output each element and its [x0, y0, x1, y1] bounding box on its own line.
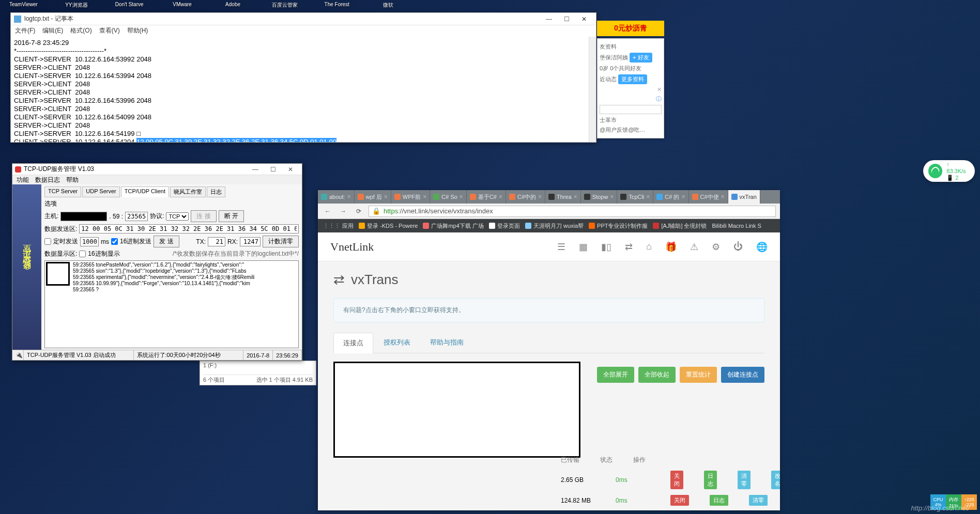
- timer-ms-input[interactable]: [80, 237, 99, 246]
- tab-close-icon[interactable]: ×: [499, 193, 502, 200]
- connect-button[interactable]: 连 接: [191, 210, 216, 222]
- desktop-icon[interactable]: Don't Starve: [115, 0, 144, 11]
- bookmark-item[interactable]: 天涯明月刀 wuxia帮: [525, 222, 584, 230]
- url-input[interactable]: 🔒 https://vnet.link/service/vxtrans/inde…: [369, 206, 776, 217]
- tab-close-icon[interactable]: ×: [384, 193, 388, 200]
- tab-close-icon[interactable]: ×: [646, 193, 650, 200]
- menu-log[interactable]: 数据日志: [35, 176, 60, 184]
- send-data-input[interactable]: [79, 224, 299, 233]
- browser-tab[interactable]: TcpCli×: [617, 190, 653, 204]
- globe-icon[interactable]: 🌐: [756, 241, 768, 253]
- host-input[interactable]: [60, 212, 107, 221]
- more-info-button[interactable]: 更多资料: [618, 74, 647, 84]
- notepad-titlebar[interactable]: logtcp.txt - 记事本 — ☐ ✕: [11, 13, 596, 25]
- browser-tab[interactable]: C#中的×: [506, 190, 545, 204]
- bookmark-item[interactable]: 登录 -KDS - Powere: [359, 222, 418, 230]
- menu-help[interactable]: 帮助(H): [127, 26, 148, 35]
- collapse-all-button[interactable]: 全部收起: [638, 367, 676, 383]
- desktop-icon[interactable]: VMware: [171, 0, 194, 11]
- tab-close-icon[interactable]: ×: [347, 193, 351, 200]
- gift-icon[interactable]: 🎁: [665, 241, 677, 253]
- desktop-icon[interactable]: The Forest: [325, 0, 349, 11]
- maximize-button[interactable]: ☐: [558, 13, 575, 25]
- reload-button[interactable]: ⟳: [353, 206, 364, 217]
- tab-close-icon[interactable]: ×: [538, 193, 542, 200]
- minimize-button[interactable]: —: [540, 13, 558, 25]
- system-tray-monitor[interactable]: CPU4% 内存21% ↑225↓225: [930, 494, 977, 510]
- servers-icon[interactable]: ☰: [557, 241, 565, 253]
- subtab-connections[interactable]: 连接点: [333, 333, 373, 353]
- browser-tab[interactable]: Stopw×: [581, 190, 618, 204]
- power-icon[interactable]: ⏻: [733, 241, 743, 253]
- ad-banner[interactable]: 0元炒沥青: [597, 21, 664, 36]
- op-log[interactable]: 日志: [704, 471, 717, 489]
- browser-tab[interactable]: C#中使×: [689, 190, 728, 204]
- disconnect-button[interactable]: 断 开: [219, 210, 244, 222]
- tab-close-icon[interactable]: ×: [574, 193, 577, 200]
- home-icon[interactable]: ⌂: [646, 241, 652, 253]
- notepad-textarea[interactable]: 2016-7-8 23:45:29 *---------------------…: [11, 37, 596, 142]
- op-close[interactable]: 关闭: [670, 471, 683, 489]
- qq-search-input[interactable]: [600, 105, 662, 114]
- log-display[interactable]: 59:23565 tonePasteMod","version":"1.6.2"…: [44, 260, 299, 348]
- desktop-icon[interactable]: YY浏览器: [65, 0, 88, 11]
- tab-close-icon[interactable]: ×: [681, 193, 685, 200]
- forward-button[interactable]: →: [338, 206, 349, 217]
- minimize-button[interactable]: —: [247, 164, 264, 175]
- tcptool-titlebar[interactable]: TCP-UDP服务管理 V1.03 — ☐ ✕: [12, 164, 302, 175]
- desktop-icon[interactable]: TeamViewer: [9, 0, 38, 11]
- menu-help[interactable]: 帮助: [66, 176, 79, 184]
- menu-function[interactable]: 功能: [17, 176, 29, 184]
- grid-icon[interactable]: ▦: [579, 241, 588, 253]
- desktop-icon[interactable]: 微软: [376, 0, 400, 11]
- back-button[interactable]: ←: [322, 206, 333, 217]
- op-log[interactable]: 日志: [710, 495, 728, 506]
- apps-button[interactable]: ⋮⋮⋮ 应用: [323, 222, 354, 230]
- tab-close-icon[interactable]: ×: [610, 193, 614, 200]
- op-clear[interactable]: 清零: [738, 471, 751, 489]
- browser-tab[interactable]: C# 的×: [653, 190, 688, 204]
- notepad-scrollbar[interactable]: [589, 37, 596, 142]
- browser-tab[interactable]: C# So×: [430, 190, 467, 204]
- desktop-icon[interactable]: 百度云管家: [272, 0, 298, 11]
- expand-all-button[interactable]: 全部展开: [597, 367, 634, 383]
- tab-close-icon[interactable]: ×: [721, 193, 725, 200]
- warning-icon[interactable]: ⚠: [690, 241, 698, 253]
- close-button[interactable]: ✕: [575, 13, 593, 25]
- tab-udp-server[interactable]: UDP Server: [82, 186, 119, 197]
- tab-close-icon[interactable]: ×: [460, 193, 463, 200]
- vnet-brand[interactable]: VnetLink: [330, 240, 374, 254]
- tab-close-icon[interactable]: ×: [423, 193, 426, 200]
- display-hex-checkbox[interactable]: [79, 251, 86, 257]
- bookmark-item[interactable]: [AJ辅助] 全境封锁: [653, 222, 707, 230]
- browser-tab-active[interactable]: vxTran: [728, 190, 760, 204]
- browser-tab[interactable]: WPF前×: [391, 190, 430, 204]
- tab-studio[interactable]: 晓风工作室: [170, 186, 206, 197]
- tab-tcp-udp-client[interactable]: TCP/UDP Client: [121, 186, 169, 197]
- reset-stats-button[interactable]: 重置统计: [680, 367, 717, 383]
- tab-tcp-server[interactable]: TCP Server: [44, 186, 81, 197]
- proto-select[interactable]: TCP: [166, 212, 189, 221]
- browser-tab[interactable]: wpf 后×: [355, 190, 391, 204]
- browser-tab[interactable]: 基于C#×: [467, 190, 506, 204]
- browser-tab[interactable]: Threa×: [545, 190, 581, 204]
- menu-edit[interactable]: 编辑(E): [42, 26, 63, 35]
- create-connection-button[interactable]: 创建连接点: [721, 367, 764, 383]
- stats-icon[interactable]: ▮▯: [601, 241, 611, 253]
- menu-view[interactable]: 查看(V): [99, 26, 120, 35]
- port-input[interactable]: [125, 212, 148, 221]
- desktop-icon[interactable]: Adobe: [221, 0, 245, 11]
- wifi-badge[interactable]: ↑ 83.3K/s📱 2: [923, 160, 975, 182]
- browser-tab[interactable]: about:×: [318, 190, 355, 204]
- close-button[interactable]: ✕: [282, 164, 299, 175]
- bookmark-item[interactable]: PPT专业设计制作服: [589, 222, 648, 230]
- op-rename[interactable]: 改名: [771, 471, 780, 489]
- op-clear[interactable]: 清零: [749, 495, 768, 506]
- timer-checkbox[interactable]: [44, 238, 51, 245]
- hex-checkbox[interactable]: [111, 238, 118, 245]
- op-close[interactable]: 关闭: [670, 495, 689, 506]
- bookmark-item[interactable]: Bilibili Macro Link S: [712, 223, 761, 229]
- subtab-auth[interactable]: 授权列表: [374, 333, 420, 353]
- explorer-drive[interactable]: 1 (F:): [203, 362, 313, 368]
- send-button[interactable]: 发 送: [154, 236, 179, 247]
